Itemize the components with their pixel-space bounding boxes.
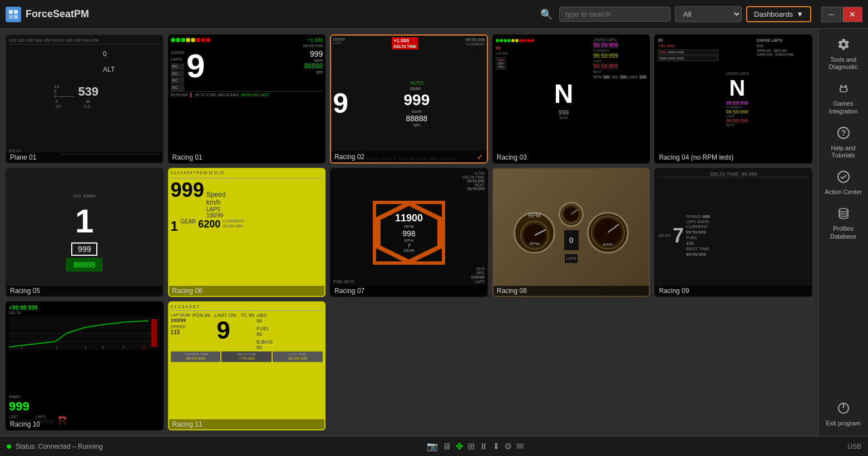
card-label-racing11: Racing 11 bbox=[169, 419, 325, 429]
card-racing03[interactable]: 99 +99.999 999 999 999 N 999 km/h bbox=[492, 34, 650, 163]
sidebar-profiles-label: Profiles Database bbox=[823, 225, 864, 240]
svg-point-30 bbox=[839, 89, 841, 91]
header-right: 🔍 All Dashboards ▼ ─ ✕ bbox=[538, 6, 862, 23]
games-icon bbox=[837, 82, 850, 98]
card-label-racing08: Racing 08 bbox=[494, 286, 649, 296]
svg-text:?: ? bbox=[841, 128, 846, 137]
logo-area: ForceSeatPM bbox=[6, 7, 89, 22]
toolbar-icon-1[interactable]: 📷 bbox=[427, 441, 438, 452]
window-controls: ─ ✕ bbox=[821, 7, 862, 22]
card-racing08[interactable]: RPM RPM bbox=[492, 168, 650, 297]
card-racing06[interactable]: 0 1 2 3 4 5 6 7 8 9 10 11 12 13 999 Spee… bbox=[168, 168, 326, 297]
sidebar-item-exit[interactable]: Exit program bbox=[821, 397, 866, 432]
card-racing07[interactable]: -4.700 DELTA TIME 99:59:999 BEAT 99:59:9… bbox=[330, 168, 488, 297]
card-label-racing10: Racing 10 bbox=[7, 419, 162, 429]
filter-dropdown[interactable]: All bbox=[675, 6, 742, 22]
card-plane01[interactable]: 310 320 330 340 350 N 010 020 030 040 05… bbox=[6, 34, 164, 163]
card-racing11[interactable]: 0 1 2 3 4 5 6 7 LAP NUM 100/99 SPEED 115… bbox=[168, 301, 326, 430]
card-label-racing01: Racing 01 bbox=[169, 152, 325, 162]
action-icon bbox=[837, 170, 850, 186]
power-icon bbox=[837, 402, 850, 418]
toolbar-icon-2[interactable]: 🖥 bbox=[442, 442, 451, 452]
dashboards-button[interactable]: Dashboards ▼ bbox=[746, 6, 811, 22]
card-label-racing03: Racing 03 bbox=[494, 152, 649, 162]
card-label-racing04: Racing 04 (no RPM leds) bbox=[655, 152, 811, 162]
minimize-button[interactable]: ─ bbox=[821, 7, 841, 22]
svg-rect-3 bbox=[14, 15, 18, 19]
main-area: 310 320 330 340 350 N 010 020 030 040 05… bbox=[0, 29, 868, 436]
card-label-plane01: Plane 01 bbox=[7, 152, 162, 162]
app-logo-icon bbox=[6, 7, 21, 22]
svg-point-35 bbox=[839, 209, 848, 212]
sidebar: Tools and Diagnostic Games Integration ? bbox=[818, 29, 868, 436]
dashboards-chevron-icon: ▼ bbox=[796, 10, 803, 18]
svg-rect-1 bbox=[14, 10, 18, 14]
header: ForceSeatPM 🔍 All Dashboards ▼ ─ ✕ bbox=[0, 0, 868, 29]
svg-text:RPM: RPM bbox=[530, 241, 540, 246]
status-toolbar: 📷 🖥 ✤ ⊞ ⏸ ⬇ ⚙ ✉ bbox=[427, 441, 524, 452]
status-text: Status: Connected – Running bbox=[16, 443, 103, 450]
status-right: USB bbox=[847, 443, 861, 450]
status-left: Status: Connected – Running bbox=[7, 443, 103, 450]
toolbar-icon-pause[interactable]: ⏸ bbox=[479, 442, 488, 452]
sidebar-exit-label: Exit program bbox=[826, 420, 860, 427]
svg-text:km/h: km/h bbox=[603, 242, 613, 247]
card-racing09[interactable]: DELTA TIME -99.999 GEAR 7 SPEED 999 LAPS… bbox=[654, 168, 812, 297]
sidebar-item-profiles[interactable]: Profiles Database bbox=[821, 202, 866, 244]
card-label-racing06: Racing 06 bbox=[169, 286, 325, 296]
sidebar-item-games[interactable]: Games Integration bbox=[821, 77, 866, 119]
status-indicator bbox=[7, 444, 11, 449]
usb-status: USB bbox=[847, 443, 861, 450]
sidebar-help-label: Help and Tutorials bbox=[823, 145, 864, 159]
card-label-racing07: Racing 07 bbox=[331, 286, 487, 296]
svg-text:4: 4 bbox=[102, 345, 104, 350]
toolbar-icon-3[interactable]: ✤ bbox=[456, 441, 463, 452]
search-icon-button[interactable]: 🔍 bbox=[538, 6, 555, 23]
sidebar-tools-label: Tools and Diagnostic bbox=[823, 56, 864, 71]
toolbar-icon-7[interactable]: ✉ bbox=[516, 441, 524, 452]
help-icon: ? bbox=[837, 126, 850, 142]
sidebar-games-label: Games Integration bbox=[823, 100, 864, 115]
card-racing04[interactable]: 99 +99.999 999999999999 999999999999 100… bbox=[654, 34, 812, 163]
selected-checkmark: ✓ bbox=[477, 152, 484, 161]
toolbar-icon-6[interactable]: ⚙ bbox=[504, 441, 512, 452]
status-bar: Status: Connected – Running 📷 🖥 ✤ ⊞ ⏸ ⬇ … bbox=[0, 436, 868, 456]
dashboard-grid: 310 320 330 340 350 N 010 020 030 040 05… bbox=[0, 29, 818, 436]
database-icon bbox=[837, 207, 850, 223]
svg-text:3: 3 bbox=[85, 345, 87, 350]
svg-rect-0 bbox=[9, 10, 13, 14]
card-racing02[interactable]: 100/99 LAPS +1.000DELTA TIME 99:59:999 C… bbox=[330, 34, 488, 163]
svg-rect-29 bbox=[840, 87, 847, 92]
svg-text:5: 5 bbox=[122, 345, 125, 350]
dashboards-label: Dashboards bbox=[754, 10, 793, 18]
close-button[interactable]: ✕ bbox=[842, 7, 862, 22]
toolbar-icon-5[interactable]: ⬇ bbox=[492, 441, 500, 452]
gear-icon bbox=[837, 38, 850, 54]
card-label-racing05: Racing 05 bbox=[7, 286, 162, 296]
svg-rect-26 bbox=[151, 319, 157, 347]
sidebar-action-label: Action Center bbox=[825, 189, 862, 196]
svg-point-31 bbox=[846, 89, 847, 91]
sidebar-item-help[interactable]: ? Help and Tutorials bbox=[821, 122, 866, 163]
svg-rect-2 bbox=[9, 15, 13, 19]
card-racing05[interactable]: 99988888 1 999 88888 Racing 05 bbox=[6, 168, 164, 297]
sidebar-item-tools[interactable]: Tools and Diagnostic bbox=[821, 33, 866, 75]
svg-text:6: 6 bbox=[142, 345, 145, 350]
toolbar-icon-4[interactable]: ⊞ bbox=[467, 441, 475, 452]
sidebar-item-action[interactable]: Action Center bbox=[821, 166, 866, 200]
card-label-racing09: Racing 09 bbox=[655, 286, 811, 296]
card-racing01[interactable]: +1.000 99:59:999 100/99 LAPS RC RC RC RC bbox=[168, 34, 326, 163]
card-label-racing02: Racing 02 ✓ bbox=[331, 151, 487, 162]
app-title: ForceSeatPM bbox=[26, 8, 89, 20]
card-racing10[interactable]: +99:99:999 DELTA 1 2 3 4 5 bbox=[6, 301, 164, 430]
search-input[interactable] bbox=[559, 7, 670, 22]
svg-text:2: 2 bbox=[56, 345, 58, 350]
